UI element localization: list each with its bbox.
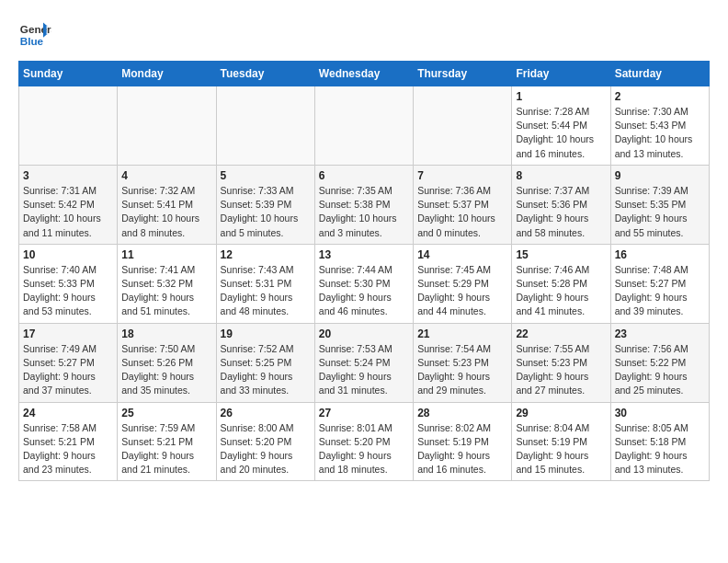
weekday-header-monday: Monday: [118, 62, 216, 86]
calendar-cell: 14Sunrise: 7:45 AMSunset: 5:29 PMDayligh…: [414, 244, 512, 323]
calendar-cell: 23Sunrise: 7:56 AMSunset: 5:22 PMDayligh…: [610, 323, 709, 402]
calendar-cell: 2Sunrise: 7:30 AMSunset: 5:43 PMDaylight…: [610, 86, 709, 166]
day-info: Sunrise: 8:01 AMSunset: 5:20 PMDaylight:…: [319, 421, 409, 477]
calendar-cell: [19, 86, 118, 166]
calendar-cell: 25Sunrise: 7:59 AMSunset: 5:21 PMDayligh…: [118, 402, 216, 481]
day-info: Sunrise: 7:59 AMSunset: 5:21 PMDaylight:…: [121, 421, 211, 477]
day-info: Sunrise: 7:35 AMSunset: 5:38 PMDaylight:…: [319, 184, 409, 240]
day-number: 21: [417, 327, 507, 340]
calendar-week-2: 3Sunrise: 7:31 AMSunset: 5:42 PMDaylight…: [19, 165, 710, 244]
svg-text:Blue: Blue: [20, 35, 44, 47]
weekday-header-wednesday: Wednesday: [314, 62, 413, 86]
calendar-week-3: 10Sunrise: 7:40 AMSunset: 5:33 PMDayligh…: [19, 244, 710, 323]
calendar-cell: 3Sunrise: 7:31 AMSunset: 5:42 PMDaylight…: [19, 165, 118, 244]
day-number: 27: [319, 407, 409, 419]
calendar-cell: 10Sunrise: 7:40 AMSunset: 5:33 PMDayligh…: [19, 244, 118, 323]
day-number: 7: [417, 169, 507, 182]
day-number: 12: [221, 248, 311, 261]
calendar-cell: [414, 86, 512, 166]
day-number: 29: [516, 407, 606, 419]
calendar-cell: 7Sunrise: 7:36 AMSunset: 5:37 PMDaylight…: [414, 165, 512, 244]
day-number: 4: [121, 169, 211, 182]
day-number: 23: [615, 327, 705, 340]
day-number: 8: [516, 169, 606, 182]
weekday-header-friday: Friday: [512, 62, 610, 86]
day-number: 14: [417, 248, 507, 261]
calendar-cell: 28Sunrise: 8:02 AMSunset: 5:19 PMDayligh…: [414, 402, 512, 481]
weekday-header-thursday: Thursday: [414, 62, 512, 86]
day-info: Sunrise: 7:33 AMSunset: 5:39 PMDaylight:…: [221, 184, 311, 240]
day-number: 11: [121, 248, 211, 261]
calendar-cell: [216, 86, 314, 166]
day-number: 30: [615, 407, 705, 419]
day-number: 26: [221, 407, 311, 419]
calendar-cell: 30Sunrise: 8:05 AMSunset: 5:18 PMDayligh…: [610, 402, 709, 481]
day-number: 19: [221, 327, 311, 340]
day-info: Sunrise: 7:49 AMSunset: 5:27 PMDaylight:…: [23, 342, 113, 398]
calendar-table: SundayMondayTuesdayWednesdayThursdayFrid…: [18, 61, 710, 481]
day-info: Sunrise: 7:37 AMSunset: 5:36 PMDaylight:…: [516, 184, 606, 240]
day-number: 13: [319, 248, 409, 261]
day-number: 2: [615, 90, 705, 103]
calendar-cell: 22Sunrise: 7:55 AMSunset: 5:23 PMDayligh…: [512, 323, 610, 402]
day-info: Sunrise: 7:30 AMSunset: 5:43 PMDaylight:…: [615, 105, 705, 161]
calendar-cell: 27Sunrise: 8:01 AMSunset: 5:20 PMDayligh…: [314, 402, 413, 481]
logo: General Blue: [18, 18, 51, 52]
day-number: 24: [23, 407, 113, 419]
day-info: Sunrise: 8:02 AMSunset: 5:19 PMDaylight:…: [417, 421, 507, 477]
calendar-cell: 17Sunrise: 7:49 AMSunset: 5:27 PMDayligh…: [19, 323, 118, 402]
day-info: Sunrise: 7:54 AMSunset: 5:23 PMDaylight:…: [417, 342, 507, 398]
calendar-cell: 5Sunrise: 7:33 AMSunset: 5:39 PMDaylight…: [216, 165, 314, 244]
day-number: 1: [516, 90, 606, 103]
calendar-week-4: 17Sunrise: 7:49 AMSunset: 5:27 PMDayligh…: [19, 323, 710, 402]
calendar-cell: 4Sunrise: 7:32 AMSunset: 5:41 PMDaylight…: [118, 165, 216, 244]
calendar-header-row: SundayMondayTuesdayWednesdayThursdayFrid…: [19, 62, 710, 86]
day-info: Sunrise: 7:48 AMSunset: 5:27 PMDaylight:…: [615, 263, 705, 319]
day-info: Sunrise: 7:31 AMSunset: 5:42 PMDaylight:…: [23, 184, 113, 240]
day-info: Sunrise: 7:46 AMSunset: 5:28 PMDaylight:…: [516, 263, 606, 319]
day-info: Sunrise: 7:43 AMSunset: 5:31 PMDaylight:…: [221, 263, 311, 319]
calendar-cell: 16Sunrise: 7:48 AMSunset: 5:27 PMDayligh…: [610, 244, 709, 323]
day-number: 9: [615, 169, 705, 182]
day-number: 3: [23, 169, 113, 182]
calendar-week-5: 24Sunrise: 7:58 AMSunset: 5:21 PMDayligh…: [19, 402, 710, 481]
calendar-cell: 29Sunrise: 8:04 AMSunset: 5:19 PMDayligh…: [512, 402, 610, 481]
calendar-cell: 15Sunrise: 7:46 AMSunset: 5:28 PMDayligh…: [512, 244, 610, 323]
calendar-week-1: 1Sunrise: 7:28 AMSunset: 5:44 PMDaylight…: [19, 86, 710, 166]
day-number: 18: [121, 327, 211, 340]
day-info: Sunrise: 7:40 AMSunset: 5:33 PMDaylight:…: [23, 263, 113, 319]
day-info: Sunrise: 7:28 AMSunset: 5:44 PMDaylight:…: [516, 105, 606, 161]
day-number: 20: [319, 327, 409, 340]
calendar-cell: [118, 86, 216, 166]
day-info: Sunrise: 7:56 AMSunset: 5:22 PMDaylight:…: [615, 342, 705, 398]
weekday-header-saturday: Saturday: [610, 62, 709, 86]
day-number: 17: [23, 327, 113, 340]
day-info: Sunrise: 7:44 AMSunset: 5:30 PMDaylight:…: [319, 263, 409, 319]
weekday-header-tuesday: Tuesday: [216, 62, 314, 86]
day-info: Sunrise: 7:32 AMSunset: 5:41 PMDaylight:…: [121, 184, 211, 240]
day-number: 25: [121, 407, 211, 419]
day-info: Sunrise: 8:04 AMSunset: 5:19 PMDaylight:…: [516, 421, 606, 477]
day-info: Sunrise: 7:55 AMSunset: 5:23 PMDaylight:…: [516, 342, 606, 398]
calendar-cell: 18Sunrise: 7:50 AMSunset: 5:26 PMDayligh…: [118, 323, 216, 402]
calendar-cell: 24Sunrise: 7:58 AMSunset: 5:21 PMDayligh…: [19, 402, 118, 481]
page-header: General Blue: [18, 18, 710, 52]
day-number: 15: [516, 248, 606, 261]
day-info: Sunrise: 7:39 AMSunset: 5:35 PMDaylight:…: [615, 184, 705, 240]
day-info: Sunrise: 7:45 AMSunset: 5:29 PMDaylight:…: [417, 263, 507, 319]
calendar-cell: 8Sunrise: 7:37 AMSunset: 5:36 PMDaylight…: [512, 165, 610, 244]
day-number: 10: [23, 248, 113, 261]
day-info: Sunrise: 8:05 AMSunset: 5:18 PMDaylight:…: [615, 421, 705, 477]
day-number: 22: [516, 327, 606, 340]
calendar-cell: 13Sunrise: 7:44 AMSunset: 5:30 PMDayligh…: [314, 244, 413, 323]
calendar-cell: 20Sunrise: 7:53 AMSunset: 5:24 PMDayligh…: [314, 323, 413, 402]
day-number: 5: [221, 169, 311, 182]
day-number: 16: [615, 248, 705, 261]
calendar-cell: 19Sunrise: 7:52 AMSunset: 5:25 PMDayligh…: [216, 323, 314, 402]
day-info: Sunrise: 7:36 AMSunset: 5:37 PMDaylight:…: [417, 184, 507, 240]
day-info: Sunrise: 7:52 AMSunset: 5:25 PMDaylight:…: [221, 342, 311, 398]
svg-text:General: General: [20, 23, 51, 35]
calendar-cell: 26Sunrise: 8:00 AMSunset: 5:20 PMDayligh…: [216, 402, 314, 481]
weekday-header-sunday: Sunday: [19, 62, 118, 86]
day-number: 28: [417, 407, 507, 419]
